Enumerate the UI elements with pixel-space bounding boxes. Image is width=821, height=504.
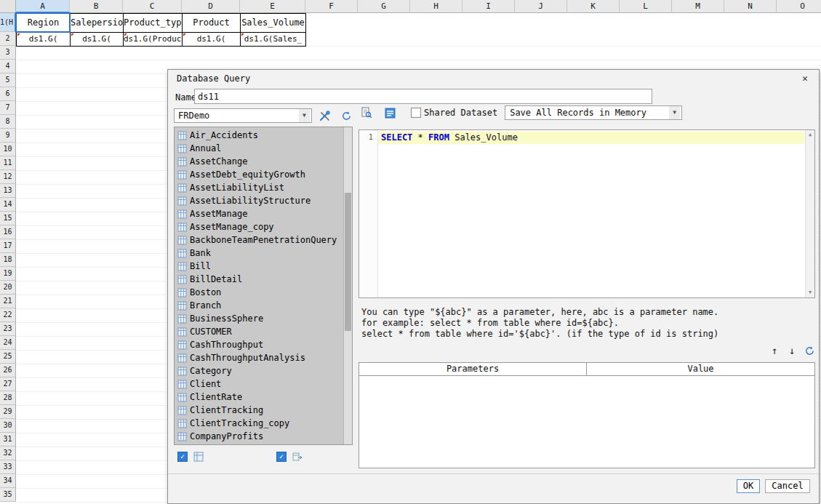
row-header-28[interactable]: 28 bbox=[0, 391, 16, 405]
row-header-1H[interactable]: 1(H) bbox=[0, 13, 16, 32]
column-header-I[interactable]: I bbox=[462, 0, 515, 13]
row-header-24[interactable]: 24 bbox=[0, 336, 16, 350]
show-views-checkbox[interactable]: ✓ bbox=[276, 452, 287, 462]
row-header-9[interactable]: 9 bbox=[0, 129, 16, 143]
column-header-H[interactable]: H bbox=[410, 0, 462, 13]
cell-E2[interactable]: ds1.G(Sales_ bbox=[241, 33, 306, 47]
table-list-item[interactable]: AssetLiabilityList bbox=[175, 181, 343, 194]
row-header-20[interactable]: 20 bbox=[0, 281, 16, 295]
connection-select[interactable]: FRDemo ▼ bbox=[174, 108, 312, 123]
move-down-button[interactable]: ↓ bbox=[785, 343, 799, 358]
row-header-19[interactable]: 19 bbox=[0, 267, 16, 281]
row-header-15[interactable]: 15 bbox=[0, 212, 16, 225]
column-header-J[interactable]: J bbox=[515, 0, 567, 13]
ok-button[interactable]: OK bbox=[737, 479, 760, 493]
table-list-item[interactable]: BackboneTeamPenetrationQuery bbox=[175, 233, 343, 247]
table-list-item[interactable]: AssetManage_copy bbox=[175, 220, 343, 233]
table-list-item[interactable]: Branch bbox=[175, 299, 343, 312]
sql-current-line[interactable]: SELECT * FROM Sales_Volume bbox=[379, 132, 804, 144]
column-header-G[interactable]: G bbox=[358, 0, 410, 13]
table-list-item[interactable]: CashThroughputAnalysis bbox=[175, 351, 343, 364]
table-list-item[interactable]: Boston bbox=[175, 286, 343, 299]
row-header-6[interactable]: 6 bbox=[0, 87, 16, 101]
row-header-16[interactable]: 16 bbox=[0, 225, 16, 239]
column-header-O[interactable]: O bbox=[777, 0, 821, 13]
table-list-scrollbar[interactable] bbox=[343, 127, 352, 444]
scroll-up-icon[interactable]: ▲ bbox=[806, 130, 814, 140]
connection-config-button[interactable] bbox=[316, 108, 332, 123]
shared-dataset-checkbox[interactable] bbox=[411, 108, 421, 118]
column-header-K[interactable]: K bbox=[567, 0, 620, 13]
row-header-31[interactable]: 31 bbox=[0, 433, 16, 447]
row-header-8[interactable]: 8 bbox=[0, 115, 16, 129]
cell-E1[interactable]: Sales_Volume bbox=[241, 14, 306, 33]
row-header-34[interactable]: 34 bbox=[0, 474, 16, 488]
row-header-23[interactable]: 23 bbox=[0, 322, 16, 336]
row-header-2[interactable]: 2 bbox=[0, 32, 16, 46]
chevron-down-icon[interactable]: ▼ bbox=[669, 106, 680, 119]
table-list-item[interactable]: AssetManage bbox=[175, 207, 343, 220]
table-list-item[interactable]: Annual bbox=[175, 142, 343, 155]
row-header-7[interactable]: 7 bbox=[0, 101, 16, 115]
scroll-down-icon[interactable]: ▼ bbox=[806, 288, 814, 297]
column-header-N[interactable]: N bbox=[724, 0, 777, 13]
row-header-14[interactable]: 14 bbox=[0, 198, 16, 212]
table-list-item[interactable]: CashThroughput bbox=[175, 338, 343, 351]
table-list-item[interactable]: ClientRate bbox=[175, 391, 343, 404]
table-list-item[interactable]: BillDetail bbox=[175, 273, 343, 286]
column-header-B[interactable]: B bbox=[70, 0, 123, 13]
row-header-4[interactable]: 4 bbox=[0, 60, 16, 73]
table-list-item[interactable]: ClientTracking_copy bbox=[175, 417, 343, 430]
column-header-C[interactable]: C bbox=[123, 0, 182, 13]
row-header-22[interactable]: 22 bbox=[0, 308, 16, 322]
cell-A2[interactable]: ds1.G( bbox=[17, 33, 71, 47]
row-header-13[interactable]: 13 bbox=[0, 184, 16, 198]
table-list-item[interactable]: AssetDebt_equityGrowth bbox=[175, 168, 343, 181]
row-header-5[interactable]: 5 bbox=[0, 73, 16, 87]
row-header-12[interactable]: 12 bbox=[0, 170, 16, 184]
row-header-10[interactable]: 10 bbox=[0, 143, 16, 156]
save-mode-select[interactable]: Save All Records in Memory ▼ bbox=[505, 105, 682, 120]
close-icon[interactable]: ✕ bbox=[798, 72, 812, 85]
table-list-item[interactable]: CompanyProfits bbox=[175, 430, 343, 443]
preview-button[interactable] bbox=[359, 105, 375, 120]
scrollbar-thumb[interactable] bbox=[345, 193, 351, 331]
cell-A1[interactable]: Region bbox=[17, 14, 71, 33]
row-header-26[interactable]: 26 bbox=[0, 364, 16, 377]
table-list-item[interactable]: Bill bbox=[175, 260, 343, 273]
sql-editor[interactable]: 1 SELECT * FROM Sales_Volume ▲ ▼ bbox=[359, 129, 815, 298]
row-header-29[interactable]: 29 bbox=[0, 405, 16, 419]
table-list-item[interactable]: AssetLiabilityStructure bbox=[175, 194, 343, 207]
table-list-item[interactable]: Category bbox=[175, 364, 343, 377]
chevron-down-icon[interactable]: ▼ bbox=[299, 109, 310, 122]
row-header-18[interactable]: 18 bbox=[0, 253, 16, 267]
table-list-item[interactable]: Bank bbox=[175, 247, 343, 260]
table-list-item[interactable]: BusinessSphere bbox=[175, 312, 343, 325]
row-header-30[interactable]: 30 bbox=[0, 419, 16, 433]
table-list-item[interactable]: ClientTracking bbox=[175, 404, 343, 417]
column-header-L[interactable]: L bbox=[620, 0, 672, 13]
table-list-item[interactable]: Client bbox=[175, 377, 343, 391]
show-tables-checkbox[interactable]: ✓ bbox=[177, 452, 188, 462]
cell-C1[interactable]: Product_types bbox=[124, 14, 183, 33]
table-list-item[interactable]: AssetChange bbox=[175, 155, 343, 168]
row-header-3[interactable]: 3 bbox=[0, 46, 16, 60]
row-header-25[interactable]: 25 bbox=[0, 350, 16, 364]
column-header-E[interactable]: E bbox=[240, 0, 305, 13]
cancel-button[interactable]: Cancel bbox=[765, 479, 810, 493]
move-up-button[interactable]: ↑ bbox=[767, 343, 782, 358]
cell-B1[interactable]: Salepersion bbox=[71, 14, 124, 33]
name-input[interactable] bbox=[194, 89, 652, 104]
row-header-33[interactable]: 33 bbox=[0, 460, 16, 474]
cell-D2[interactable]: ds1.G( bbox=[183, 33, 241, 47]
row-header-27[interactable]: 27 bbox=[0, 377, 16, 391]
row-header-21[interactable]: 21 bbox=[0, 295, 16, 308]
column-header-M[interactable]: M bbox=[672, 0, 724, 13]
edit-sql-button[interactable] bbox=[382, 105, 398, 120]
row-header-32[interactable]: 32 bbox=[0, 447, 16, 460]
select-all-corner[interactable] bbox=[0, 0, 16, 13]
row-header-11[interactable]: 11 bbox=[0, 156, 16, 170]
column-header-F[interactable]: F bbox=[305, 0, 358, 13]
cell-B2[interactable]: ds1.G( bbox=[71, 33, 124, 47]
table-list-item[interactable]: Air_Accidents bbox=[175, 129, 343, 142]
